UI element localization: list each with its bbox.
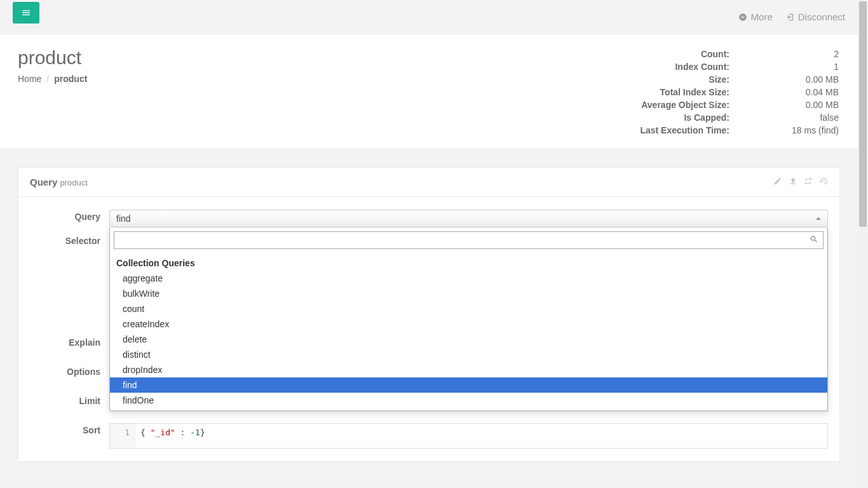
stat-label-count: Count:: [640, 48, 787, 60]
dropdown-search-input[interactable]: [114, 231, 824, 249]
dropdown-item-dropindex[interactable]: dropIndex: [110, 362, 827, 377]
more-label: More: [751, 11, 773, 22]
chevron-circle-down-icon: [738, 13, 747, 22]
bars-icon: [21, 8, 31, 18]
dropdown-item-bulkwrite[interactable]: bulkWrite: [110, 286, 827, 301]
page-scrollbar[interactable]: [858, 0, 868, 488]
sort-row: Sort 1 { "_id" : -1}: [30, 423, 828, 449]
top-bar: More Disconnect: [0, 0, 858, 34]
dropdown-item-delete[interactable]: delete: [110, 332, 827, 347]
stat-label-size: Size:: [640, 74, 787, 85]
disconnect-link[interactable]: Disconnect: [785, 11, 845, 22]
scrollbar-thumb[interactable]: [859, 1, 867, 227]
dropdown-item-findone[interactable]: findOne: [110, 393, 827, 408]
query-panel: Query product Query find: [18, 167, 840, 462]
explain-label: Explain: [30, 336, 109, 348]
breadcrumb-home[interactable]: Home: [18, 74, 41, 84]
stat-value-last-exec: 18 ms (find): [788, 125, 839, 136]
stat-value-size: 0.00 MB: [788, 74, 839, 85]
query-dropdown: Collection Queries aggregate bulkWrite c…: [109, 227, 828, 411]
edit-icon[interactable]: [773, 177, 782, 187]
dropdown-item-count[interactable]: count: [110, 301, 827, 316]
stat-value-total-index-size: 0.04 MB: [788, 86, 839, 98]
page-title: product: [18, 47, 87, 69]
search-icon: [810, 235, 818, 246]
dropdown-item-find[interactable]: find: [110, 377, 827, 393]
sign-out-icon: [785, 13, 794, 22]
panel-title: Query: [30, 177, 57, 187]
limit-label: Limit: [30, 394, 109, 406]
stat-value-avg-obj-size: 0.00 MB: [788, 99, 839, 111]
breadcrumb-separator: /: [46, 74, 49, 84]
dropdown-group-header: Collection Queries: [110, 255, 827, 271]
breadcrumb-active: product: [54, 74, 87, 84]
stat-label-avg-obj-size: Average Object Size:: [640, 99, 787, 111]
stat-label-total-index-size: Total Index Size:: [640, 86, 787, 98]
sort-editor[interactable]: 1 { "_id" : -1}: [109, 423, 828, 449]
history-icon[interactable]: [819, 177, 828, 187]
query-select[interactable]: find: [109, 210, 828, 227]
stat-label-is-capped: Is Capped:: [640, 112, 787, 123]
more-link[interactable]: More: [738, 11, 773, 22]
collection-stats: Count:2 Index Count:1 Size:0.00 MB Total…: [639, 47, 840, 137]
code-body[interactable]: { "_id" : -1}: [135, 424, 827, 448]
upload-icon[interactable]: [789, 177, 797, 187]
stat-value-count: 2: [788, 48, 839, 60]
panel-header: Query product: [18, 168, 839, 197]
chevron-up-icon: [816, 217, 821, 220]
exchange-icon[interactable]: [804, 177, 813, 187]
dropdown-results[interactable]: Collection Queries aggregate bulkWrite c…: [110, 253, 827, 410]
dropdown-item-aggregate[interactable]: aggregate: [110, 271, 827, 286]
stat-label-last-exec: Last Execution Time:: [640, 125, 787, 136]
sidebar-toggle-button[interactable]: [13, 2, 39, 24]
query-label: Query: [30, 210, 109, 222]
selector-label: Selector: [30, 234, 109, 246]
stat-value-index-count: 1: [788, 61, 839, 72]
stat-label-index-count: Index Count:: [640, 61, 787, 72]
query-selected-value: find: [116, 214, 131, 224]
query-row: Query find Collection Queries aggr: [30, 210, 828, 227]
panel-subtitle: product: [60, 178, 88, 187]
dropdown-item-createindex[interactable]: createIndex: [110, 316, 827, 332]
stat-value-is-capped: false: [788, 112, 839, 123]
dropdown-item-distinct[interactable]: distinct: [110, 347, 827, 362]
sort-label: Sort: [30, 423, 109, 435]
code-gutter-line-1: 1: [110, 424, 135, 448]
breadcrumb: Home / product: [18, 74, 87, 84]
page-header: product Home / product Count:2 Index Cou…: [0, 34, 858, 149]
options-label: Options: [30, 365, 109, 377]
disconnect-label: Disconnect: [798, 11, 845, 22]
